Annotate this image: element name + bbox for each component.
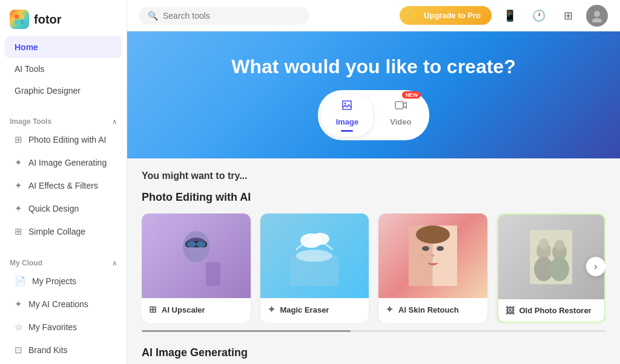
sidebar-item-ai-tools[interactable]: AI Tools bbox=[5, 58, 122, 80]
logo: fotor bbox=[0, 0, 127, 36]
search-bar[interactable]: 🔍 bbox=[139, 7, 309, 25]
svg-rect-39 bbox=[530, 230, 572, 284]
card-old-photo-restorer-image bbox=[498, 215, 605, 299]
card-old-photo-restorer-label-row: 🖼 Old Photo Restorer bbox=[498, 299, 605, 322]
sidebar-item-brand-kits-label: Brand Kits bbox=[28, 345, 68, 355]
my-favorites-icon: ☆ bbox=[15, 322, 22, 333]
history-button[interactable]: 🕐 bbox=[528, 5, 550, 27]
svg-rect-3 bbox=[20, 20, 24, 24]
sidebar-item-home[interactable]: Home bbox=[5, 36, 122, 58]
ai-image-section-title: AI Image Generating bbox=[142, 346, 605, 359]
my-cloud-label: My Cloud bbox=[10, 259, 42, 267]
sidebar-item-ai-effects-filters[interactable]: ✦ AI Effects & Filters bbox=[5, 174, 122, 197]
sidebar-item-simple-collage[interactable]: ⊞ Simple Collage bbox=[5, 220, 122, 243]
sidebar-item-photo-editing-ai-label: Photo Editing with AI bbox=[28, 135, 106, 145]
sidebar: fotor Home AI Tools Graphic Designer Ima… bbox=[0, 0, 127, 364]
sidebar-item-home-label: Home bbox=[15, 42, 38, 52]
sidebar-item-photo-editing-ai[interactable]: ⊞ Photo Editing with AI bbox=[5, 128, 122, 151]
search-icon: 🔍 bbox=[148, 11, 158, 21]
logo-text: fotor bbox=[34, 13, 62, 27]
sidebar-item-quick-design-label: Quick Design bbox=[28, 204, 79, 213]
sidebar-item-graphic-designer[interactable]: Graphic Designer bbox=[5, 80, 122, 102]
ai-upscaler-label: AI Upscaler bbox=[162, 305, 205, 314]
tab-switcher: Image NEW Video bbox=[318, 90, 430, 140]
svg-point-13 bbox=[196, 241, 206, 247]
card-ai-skin-retouch-image bbox=[378, 213, 487, 298]
photo-editing-section-title: Photo Editing with AI bbox=[142, 191, 605, 204]
card-magic-eraser[interactable]: ✦ Magic Eraser bbox=[260, 213, 369, 323]
skin-retouch-card-icon: ✦ bbox=[386, 304, 394, 315]
sidebar-item-simple-collage-label: Simple Collage bbox=[28, 227, 85, 236]
brand-kits-icon: ⊡ bbox=[15, 345, 22, 356]
svg-point-17 bbox=[296, 250, 332, 262]
sidebar-item-my-favorites[interactable]: ☆ My Favorites bbox=[5, 316, 122, 339]
card-ai-upscaler-label-row: ⊞ AI Upscaler bbox=[142, 298, 251, 321]
svg-point-28 bbox=[419, 258, 420, 259]
scroll-indicator bbox=[142, 330, 605, 332]
ai-skin-retouch-label: AI Skin Retouch bbox=[398, 305, 459, 314]
main-area: 🔍 ⚡ Upgrade to Pro 📱 🕐 ⊞ What would you … bbox=[127, 0, 620, 364]
image-tab-indicator bbox=[341, 130, 353, 132]
effects-filters-icon: ✦ bbox=[15, 180, 22, 191]
header-right: ⚡ Upgrade to Pro 📱 🕐 ⊞ bbox=[400, 5, 608, 27]
avatar[interactable] bbox=[586, 5, 608, 27]
new-badge: NEW bbox=[402, 91, 421, 99]
tab-video[interactable]: NEW Video bbox=[375, 94, 426, 137]
my-cloud-section-header[interactable]: My Cloud ∧ bbox=[0, 253, 127, 270]
card-ai-skin-retouch[interactable]: ✦ AI Skin Retouch bbox=[378, 213, 487, 323]
photo-editing-icon: ⊞ bbox=[15, 134, 22, 145]
sidebar-item-ai-image-generating[interactable]: ✦ AI Image Generating bbox=[5, 151, 122, 174]
ai-upscaler-card-icon: ⊞ bbox=[149, 304, 157, 315]
ai-image-icon: ✦ bbox=[15, 157, 22, 168]
card-magic-eraser-image bbox=[260, 213, 369, 298]
video-tab-icon bbox=[394, 99, 407, 115]
sidebar-item-my-projects-label: My Projects bbox=[32, 276, 76, 286]
svg-rect-1 bbox=[20, 15, 24, 19]
logo-icon bbox=[10, 10, 29, 29]
svg-point-29 bbox=[425, 257, 426, 258]
content-area: What would you like to create? Image NEW bbox=[127, 31, 620, 364]
card-ai-upscaler-image bbox=[142, 213, 251, 298]
image-tools-section-header[interactable]: Image Tools ∧ bbox=[0, 111, 127, 128]
svg-point-12 bbox=[186, 241, 196, 247]
card-ai-upscaler[interactable]: ⊞ AI Upscaler bbox=[142, 213, 251, 323]
tablet-button[interactable]: 📱 bbox=[499, 5, 521, 27]
scroll-indicator-bar bbox=[142, 330, 351, 332]
hero-banner: What would you like to create? Image NEW bbox=[127, 31, 620, 158]
grid-button[interactable]: ⊞ bbox=[557, 5, 579, 27]
section-content: You might want to try... Photo Editing w… bbox=[127, 158, 620, 364]
section-hint: You might want to try... bbox=[142, 171, 605, 181]
svg-rect-14 bbox=[206, 262, 220, 286]
sidebar-item-my-ai-creations-label: My AI Creations bbox=[28, 299, 88, 309]
upgrade-label: Upgrade to Pro bbox=[424, 11, 481, 20]
svg-point-4 bbox=[594, 11, 600, 17]
svg-point-25 bbox=[422, 246, 429, 251]
sidebar-item-effects-label: AI Effects & Filters bbox=[28, 181, 98, 190]
svg-rect-2 bbox=[15, 20, 19, 24]
upgrade-button[interactable]: ⚡ Upgrade to Pro bbox=[400, 6, 492, 25]
sidebar-item-my-favorites-label: My Favorites bbox=[28, 322, 77, 332]
sidebar-item-ai-image-label: AI Image Generating bbox=[28, 158, 107, 167]
tab-image[interactable]: Image bbox=[322, 94, 374, 137]
video-tab-label: Video bbox=[390, 117, 411, 126]
image-tools-label: Image Tools bbox=[10, 117, 51, 126]
sidebar-item-graphic-designer-label: Graphic Designer bbox=[15, 86, 81, 96]
image-tab-label: Image bbox=[336, 117, 359, 126]
card-ai-skin-retouch-label-row: ✦ AI Skin Retouch bbox=[378, 298, 487, 321]
svg-rect-7 bbox=[395, 102, 403, 109]
card-magic-eraser-label-row: ✦ Magic Eraser bbox=[260, 298, 369, 321]
sidebar-item-my-ai-creations[interactable]: ✦ My AI Creations bbox=[5, 293, 122, 316]
hero-title: What would you like to create? bbox=[139, 56, 608, 78]
sidebar-item-quick-design[interactable]: ✦ Quick Design bbox=[5, 197, 122, 220]
svg-rect-0 bbox=[15, 15, 19, 19]
sidebar-item-brand-kits[interactable]: ⊡ Brand Kits bbox=[5, 339, 122, 362]
svg-point-6 bbox=[345, 103, 346, 105]
scroll-next-button[interactable]: › bbox=[586, 256, 605, 276]
sidebar-item-my-projects[interactable]: 📄 My Projects bbox=[5, 270, 122, 293]
old-photo-restorer-label: Old Photo Restorer bbox=[519, 306, 592, 315]
search-input[interactable] bbox=[163, 11, 300, 21]
svg-point-19 bbox=[311, 233, 329, 245]
my-ai-creations-icon: ✦ bbox=[15, 299, 22, 310]
magic-eraser-label: Magic Eraser bbox=[280, 305, 329, 314]
photo-editing-cards: ⊞ AI Upscaler bbox=[142, 213, 605, 323]
